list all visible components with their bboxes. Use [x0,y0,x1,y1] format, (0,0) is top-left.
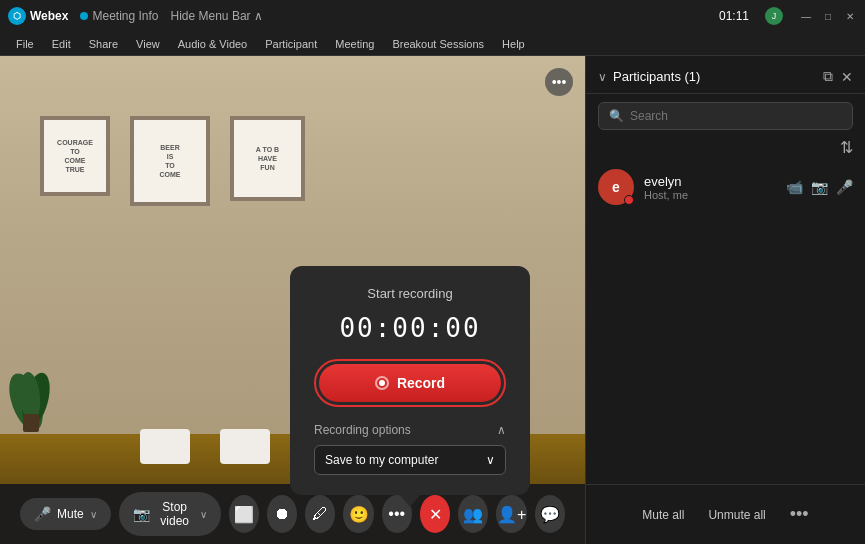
menu-breakout[interactable]: Breakout Sessions [384,36,492,52]
app-name: Webex [30,9,68,23]
menu-share[interactable]: Share [81,36,126,52]
participant-video-icon: 📹 [786,179,803,195]
participants-panel: ∨ Participants (1) ⧉ ✕ 🔍 ⇅ e [585,56,865,544]
title-bar: ⬡ Webex Meeting Info Hide Menu Bar ∧ 01:… [0,0,865,32]
panel-header-right: ⧉ ✕ [823,68,853,85]
panel-header: ∨ Participants (1) ⧉ ✕ [586,56,865,94]
leave-icon: ✕ [429,505,442,524]
video-area: COURAGETOCOMETRUE BEERISTOCOME A TO BHAV… [0,56,585,544]
record-button-label: Record [397,375,445,391]
chevron-up-icon: ∧ [254,9,263,23]
menu-bar: File Edit Share View Audio & Video Parti… [0,32,865,56]
user-avatar: J [765,7,783,25]
panel-more-button[interactable]: ••• [790,504,809,525]
record-button[interactable]: Record [319,364,501,402]
microphone-icon: 🎤 [34,506,51,522]
reactions-icon: 🙂 [349,505,369,524]
stop-video-button[interactable]: 📷 Stop video ∨ [119,492,221,536]
recording-popup: Start recording 00:00:00 Record Recordin… [290,266,530,495]
search-icon: 🔍 [609,109,624,123]
close-button[interactable]: ✕ [843,9,857,23]
minimize-button[interactable]: — [799,9,813,23]
participants-icon: 👥 [463,505,483,524]
menu-meeting[interactable]: Meeting [327,36,382,52]
art-frame-1: COURAGETOCOMETRUE [40,116,110,196]
menu-edit[interactable]: Edit [44,36,79,52]
title-bar-left: ⬡ Webex Meeting Info Hide Menu Bar ∧ [8,7,263,25]
panel-close-icon[interactable]: ✕ [841,69,853,85]
save-location-label: Save to my computer [325,453,438,467]
leave-button[interactable]: ✕ [420,495,450,533]
maximize-button[interactable]: □ [821,9,835,23]
record-control-button[interactable]: ⏺ [267,495,297,533]
menu-participant[interactable]: Participant [257,36,325,52]
participant-list: e evelyn Host, me 📹 📷 🎤 [586,161,865,484]
annotation-icon: 🖊 [312,505,328,523]
share-screen-button[interactable]: ⬜ [229,495,259,533]
plant [8,352,53,436]
meeting-info-label: Meeting Info [92,9,158,23]
chevron-down-icon: ∨ [486,453,495,467]
chair-2 [220,429,270,464]
video-icon: 📷 [133,506,150,522]
wall-art: COURAGETOCOMETRUE BEERISTOCOME A TO BHAV… [40,116,305,206]
participant-controls: 📹 📷 🎤 [786,179,853,195]
mute-label: Mute [57,507,84,521]
search-box[interactable]: 🔍 [598,102,853,130]
record-dot-icon [375,376,389,390]
window-controls: — □ ✕ [799,9,857,23]
mute-button[interactable]: 🎤 Mute ∨ [20,498,111,530]
search-input[interactable] [630,109,842,123]
save-location-dropdown[interactable]: Save to my computer ∨ [314,445,506,475]
annotation-button[interactable]: 🖊 [305,495,335,533]
panel-title-row: ∨ Participants (1) [598,69,700,84]
recording-timer: 00:00:00 [314,313,506,343]
participants-toggle-button[interactable]: 👥 [458,495,488,533]
menu-audio-video[interactable]: Audio & Video [170,36,256,52]
recording-popup-title: Start recording [314,286,506,301]
chat-icon: 💬 [540,505,560,524]
mute-all-button[interactable]: Mute all [642,508,684,522]
participant-camera-icon: 📷 [811,179,828,195]
participant-name: evelyn [644,174,776,189]
unmute-all-button[interactable]: Unmute all [708,508,765,522]
art-frame-2: BEERISTOCOME [130,116,210,206]
participant-avatar: e [598,169,634,205]
panel-bottom-bar: Mute all Unmute all ••• [586,484,865,544]
chevron-up-icon: ∧ [497,423,506,437]
webex-logo-icon: ⬡ [8,7,26,25]
meeting-timer: 01:11 [719,9,749,23]
reactions-button[interactable]: 🙂 [343,495,373,533]
recording-options-row: Recording options ∧ [314,423,506,437]
collapse-icon[interactable]: ∨ [598,70,607,84]
meeting-info-dot [80,12,88,20]
art-frame-3: A TO BHAVEFUN [230,116,305,201]
participant-mic-icon: 🎤 [836,179,853,195]
add-person-icon: 👤+ [497,505,526,524]
svg-rect-3 [23,414,39,432]
stop-video-label: Stop video [156,500,194,528]
menu-file[interactable]: File [8,36,42,52]
mute-dropdown-arrow: ∨ [90,509,97,520]
menu-view[interactable]: View [128,36,168,52]
video-dropdown-arrow: ∨ [200,509,207,520]
share-screen-icon: ⬜ [234,505,254,524]
recording-options-label: Recording options [314,423,411,437]
record-button-wrapper: Record [314,359,506,407]
meeting-info-button[interactable]: Meeting Info [80,9,158,23]
menu-help[interactable]: Help [494,36,533,52]
webex-logo: ⬡ Webex [8,7,68,25]
video-more-options-button[interactable]: ••• [545,68,573,96]
more-options-icon: ••• [388,505,405,523]
pop-out-icon[interactable]: ⧉ [823,68,833,85]
chair-1 [140,429,190,464]
hide-menu-button[interactable]: Hide Menu Bar ∧ [171,9,263,23]
record-control-icon: ⏺ [274,505,290,523]
title-bar-right: 01:11 J — □ ✕ [719,7,857,25]
recording-indicator [624,195,634,205]
chat-button[interactable]: 💬 [535,495,565,533]
participant-item: e evelyn Host, me 📹 📷 🎤 [586,161,865,213]
add-participant-button[interactable]: 👤+ [496,495,526,533]
sort-button[interactable]: ⇅ [840,138,853,157]
main-content: COURAGETOCOMETRUE BEERISTOCOME A TO BHAV… [0,56,865,544]
